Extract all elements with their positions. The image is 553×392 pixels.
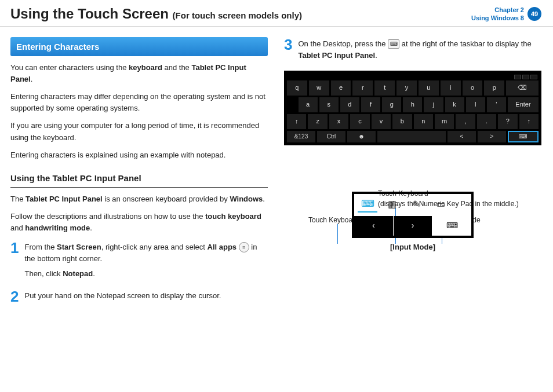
step-body: Put your hand on the Notepad screen to d… xyxy=(24,289,268,305)
page-number-badge: 49 xyxy=(527,7,541,21)
step-3: 3 On the Desktop, press the ⌨ at the rig… xyxy=(284,37,541,65)
keyboard-key: l xyxy=(466,97,485,112)
para-intro: You can enter characters using the keybo… xyxy=(10,62,268,85)
handwriting-icon: ✎ xyxy=(406,197,426,213)
page-header: Using the Touch Screen (For touch screen… xyxy=(0,0,553,27)
touch-keyboard-icon: ⌨ xyxy=(358,197,377,213)
input-mode-panel: ⌨ ▥ ✎ ▭ ‹ › ⌨ xyxy=(352,192,474,238)
input-mode-caption: [Input Mode] xyxy=(332,241,494,253)
keyboard-key: k xyxy=(445,97,464,112)
keyboard-key: > xyxy=(478,131,506,142)
input-mode-row2: ‹ › ⌨ xyxy=(354,216,471,236)
titlebar-button xyxy=(514,75,521,79)
onscreen-keyboard: qwertyuiop⌫ asdfghjkl'Enter ↑zxcvbnm,.?↑… xyxy=(284,71,541,145)
keyboard-key: n xyxy=(414,114,433,129)
split-keyboard-icon: ▥ xyxy=(382,197,402,213)
keyboard-key: ⌫ xyxy=(506,80,539,96)
ann-touch-kbd: Touch Keyboard xyxy=(308,215,359,226)
page-title: Using the Touch Screen (For touch screen… xyxy=(10,6,302,22)
keyboard-key: Enter xyxy=(508,97,539,112)
keyboard-row: &123Ctrl☻ <>⌨ xyxy=(287,131,539,142)
keyboard-key: ? xyxy=(498,114,517,129)
keyboard-key: y xyxy=(396,80,417,96)
left-column: Entering Characters You can enter charac… xyxy=(10,37,268,311)
keyboard-key: ↑ xyxy=(519,114,539,129)
keyboard-key: i xyxy=(441,80,461,96)
keyboard-key xyxy=(377,131,446,142)
step-2: 2 Put your hand on the Notepad screen to… xyxy=(10,289,268,305)
annotation-diagram: Touch Keyboard (displays the Numeric Key… xyxy=(332,192,494,253)
keyboard-key: q xyxy=(287,80,307,96)
next-button: › xyxy=(394,216,433,236)
para-os: Entering characters may differ depending… xyxy=(10,91,268,114)
keyboard-row: qwertyuiop⌫ xyxy=(287,80,539,96)
keyboard-key: u xyxy=(419,80,439,96)
para-long: If you are using your computer for a lon… xyxy=(10,120,268,143)
keyboard-key: t xyxy=(374,80,395,96)
keyboard-key: r xyxy=(352,80,373,96)
keyboard-key: ' xyxy=(487,97,506,112)
chapter-line1: Chapter 2 xyxy=(471,6,524,14)
keyboard-key: o xyxy=(463,80,483,96)
input-mode-row1: ⌨ ▥ ✎ ▭ xyxy=(354,194,471,216)
para-follow: Follow the descriptions and illustration… xyxy=(10,211,268,234)
all-apps-icon: ≡ xyxy=(239,242,249,252)
subsection-heading: Using the Tablet PC Input Panel xyxy=(10,171,268,188)
keyboard-key: w xyxy=(309,80,329,96)
chapter-line2: Using Windows 8 xyxy=(471,14,524,22)
keyboard-icon: ⌨ xyxy=(388,39,399,49)
keyboard-key: m xyxy=(435,114,454,129)
step-number: 1 xyxy=(10,240,19,283)
titlebar-button xyxy=(530,75,537,79)
section-banner: Entering Characters xyxy=(10,37,268,56)
step-number: 3 xyxy=(284,37,292,65)
keyboard-key: z xyxy=(308,114,327,129)
prev-button: ‹ xyxy=(354,216,394,236)
step-body: From the Start Screen, right-click any a… xyxy=(24,240,268,283)
right-column: 3 On the Desktop, press the ⌨ at the rig… xyxy=(284,37,541,311)
keyboard-key: g xyxy=(382,97,401,112)
chapter-info: Chapter 2 Using Windows 8 49 xyxy=(471,6,541,23)
para-example: Entering characters is explained using a… xyxy=(10,149,268,161)
keyboard-key: ⌨ xyxy=(508,131,539,142)
keyboard-key: h xyxy=(403,97,422,112)
keyboard-key: f xyxy=(361,97,380,112)
step-1: 1 From the Start Screen, right-click any… xyxy=(10,240,268,283)
keyboard-key: j xyxy=(424,97,443,112)
step-number: 2 xyxy=(10,289,19,305)
keyboard-toggle-button: ⌨ xyxy=(432,216,471,236)
dock-icon: ▭ xyxy=(431,197,450,213)
keyboard-titlebar xyxy=(287,75,539,80)
keyboard-key: ☻ xyxy=(347,131,376,142)
keyboard-key: ↑ xyxy=(287,114,306,129)
content-columns: Entering Characters You can enter charac… xyxy=(0,27,553,311)
keyboard-row: ↑zxcvbnm,.?↑ xyxy=(287,114,539,129)
keyboard-key: e xyxy=(331,80,351,96)
keyboard-key: , xyxy=(456,114,475,129)
titlebar-button xyxy=(522,75,529,79)
step-body: On the Desktop, press the ⌨ at the right… xyxy=(298,37,541,65)
keyboard-key: d xyxy=(340,97,359,112)
keyboard-key: a xyxy=(299,97,318,112)
keyboard-key: b xyxy=(392,114,412,129)
keyboard-key: x xyxy=(329,114,348,129)
keyboard-key: p xyxy=(484,80,504,96)
callout-line xyxy=(337,224,338,244)
keyboard-key: Ctrl xyxy=(317,131,345,142)
keyboard-key: s xyxy=(319,97,339,112)
keyboard-row: asdfghjkl'Enter xyxy=(287,97,539,112)
title-sub: (For touch screen models only) xyxy=(173,10,302,20)
keyboard-key: c xyxy=(350,114,369,129)
keyboard-key: . xyxy=(477,114,496,129)
keyboard-key: &123 xyxy=(287,131,315,142)
para-onscreen: The Tablet PC Input Panel is an onscreen… xyxy=(10,193,268,205)
keyboard-key: v xyxy=(372,114,391,129)
title-main: Using the Touch Screen xyxy=(10,6,169,21)
keyboard-key: < xyxy=(448,131,476,142)
